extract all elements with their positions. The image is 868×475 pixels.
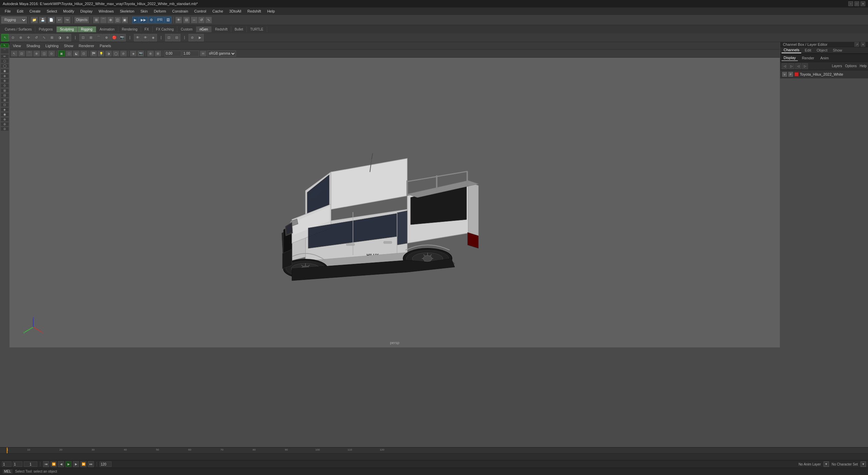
layer-item-1[interactable]: V P Toyota_Hilux_2022_White: [780, 70, 868, 78]
scale-tool[interactable]: ⤡: [40, 34, 48, 41]
timeline-track[interactable]: [0, 454, 868, 460]
options-tab[interactable]: Options: [845, 64, 856, 68]
menu-create[interactable]: Create: [27, 8, 43, 14]
redo-button[interactable]: ↪: [64, 17, 71, 23]
left-extra3[interactable]: ⊝: [1, 127, 9, 131]
channels-tab[interactable]: Channels: [782, 47, 801, 53]
left-select-tool[interactable]: ↖: [1, 43, 9, 48]
vp-colorspace-select[interactable]: sRGB gamma: [207, 51, 236, 57]
menu-deform[interactable]: Deform: [151, 8, 169, 14]
left-curve-tool[interactable]: ⌒: [1, 49, 9, 54]
vp-value1[interactable]: [164, 51, 181, 57]
vp-menu-view[interactable]: View: [12, 44, 22, 48]
isolate-sel-btn[interactable]: ◈: [150, 34, 157, 41]
snap-curve-btn[interactable]: ⌒: [100, 17, 107, 23]
menu-skin[interactable]: Skin: [138, 8, 150, 14]
render-icon-btn[interactable]: ▶: [196, 34, 204, 41]
play-btn[interactable]: ▶: [65, 461, 72, 467]
vp-value2[interactable]: [182, 51, 199, 57]
lasso-tool[interactable]: ⊙: [9, 34, 17, 41]
viewport-canvas[interactable]: HILUX: [9, 58, 780, 347]
left-pencil-tool[interactable]: ✏: [1, 54, 9, 58]
make-live-btn[interactable]: 🔴: [111, 34, 118, 41]
layer-icon-4[interactable]: ▷: [802, 63, 808, 69]
layer-visibility-toggle[interactable]: V: [782, 72, 787, 77]
tab-curves-surfaces[interactable]: Curves / Surfaces: [1, 26, 35, 32]
show-hide-btn[interactable]: 👁: [175, 17, 182, 23]
left-layer3[interactable]: ⊠: [1, 98, 9, 102]
move-btn[interactable]: ↔: [191, 17, 198, 23]
layer-icon-3[interactable]: ◁: [795, 63, 801, 69]
vp-crease-btn[interactable]: ⊘: [120, 51, 127, 57]
panel-close-btn[interactable]: ✕: [861, 42, 865, 47]
menu-redshift[interactable]: Redshift: [245, 8, 264, 14]
charset-btn[interactable]: ▼: [861, 461, 866, 467]
vp-menu-shading[interactable]: Shading: [25, 44, 41, 48]
render-view-btn[interactable]: 🖼: [165, 17, 172, 23]
tab-rigging[interactable]: Rigging: [78, 26, 96, 32]
vp-shadow-btn[interactable]: ◑: [105, 51, 112, 57]
universal-tool[interactable]: ⊞: [48, 34, 56, 41]
tab-fx[interactable]: FX: [141, 26, 153, 32]
tab-ngen[interactable]: nGen: [196, 26, 212, 32]
move-tool[interactable]: ✛: [25, 34, 32, 41]
snap-point-btn2[interactable]: ⊕: [103, 34, 110, 41]
menu-cache[interactable]: Cache: [210, 8, 226, 14]
snap-vertex-btn[interactable]: ⊡: [79, 34, 87, 41]
vp-smooth-btn[interactable]: ◯: [113, 51, 119, 57]
objects-label[interactable]: Objects: [74, 17, 89, 23]
next-frame-btn[interactable]: ▶: [73, 461, 79, 467]
menu-control[interactable]: Control: [192, 8, 209, 14]
menu-windows[interactable]: Windows: [96, 8, 117, 14]
frame-start-input[interactable]: [2, 461, 12, 467]
left-sculpt-tool[interactable]: ◉: [1, 69, 9, 73]
vp-sel-mode1[interactable]: ↖: [11, 51, 18, 57]
left-extra2[interactable]: ⊜: [1, 122, 9, 126]
snap-curve-btn2[interactable]: ⌒: [95, 34, 102, 41]
next-key-btn[interactable]: ⏩: [80, 461, 86, 467]
close-button[interactable]: ✕: [861, 1, 865, 6]
minimize-button[interactable]: −: [848, 1, 853, 6]
vp-wire-btn[interactable]: ◻: [65, 51, 72, 57]
skip-to-start-btn[interactable]: ⏮: [43, 461, 49, 467]
vp-sel-mode3[interactable]: ⌒: [26, 51, 33, 57]
render-settings-btn[interactable]: ⚙: [148, 17, 155, 23]
frame-sel-btn[interactable]: ⊟: [173, 34, 180, 41]
show-sel-btn[interactable]: 👁: [142, 34, 149, 41]
save-button[interactable]: 💾: [39, 17, 46, 23]
render-btn[interactable]: ▶: [132, 17, 139, 23]
snap-grid-btn2[interactable]: ⊞: [87, 34, 95, 41]
render-seq-btn[interactable]: ▶▶: [139, 17, 148, 23]
panel-float-btn[interactable]: ↗: [854, 42, 859, 47]
vp-menu-panels[interactable]: Panels: [98, 44, 113, 48]
vp-iso-btn[interactable]: ◈: [130, 51, 137, 57]
mode-selector[interactable]: Rigging Modeling Animation: [1, 17, 27, 23]
left-layer5[interactable]: ◈: [1, 108, 9, 112]
menu-file[interactable]: File: [2, 8, 14, 14]
vp-sel-mode6[interactable]: ⊙: [48, 51, 55, 57]
vp-menu-show[interactable]: Show: [63, 44, 75, 48]
tab-rendering[interactable]: Rendering: [118, 26, 141, 32]
vp-camera-btn[interactable]: 📷: [137, 51, 144, 57]
frame-current-input[interactable]: [13, 461, 22, 467]
left-cluster-tool[interactable]: ⊙: [1, 83, 9, 88]
frame-end-range-input[interactable]: [100, 461, 112, 467]
vp-menu-renderer[interactable]: Renderer: [77, 44, 96, 48]
soft-sel-tool[interactable]: ◑: [56, 34, 63, 41]
menu-display[interactable]: Display: [78, 8, 95, 14]
left-joint-tool[interactable]: ⊕: [1, 74, 9, 78]
display-layer-btn[interactable]: ⊟: [183, 17, 190, 23]
help-tab[interactable]: Help: [860, 64, 867, 68]
layer-icon-2[interactable]: ▷: [788, 63, 794, 69]
prev-key-btn[interactable]: ⏪: [51, 461, 57, 467]
object-tab[interactable]: Object: [814, 48, 829, 53]
menu-help[interactable]: Help: [264, 8, 278, 14]
rotate-btn[interactable]: ↺: [198, 17, 205, 23]
snap-view-btn[interactable]: ◫: [114, 17, 121, 23]
vp-sel-mode4[interactable]: ⊕: [33, 51, 40, 57]
vp-hdr-btn[interactable]: H: [200, 51, 206, 57]
vp-light-btn[interactable]: 💡: [98, 51, 104, 57]
select-tool[interactable]: ↖: [1, 34, 9, 41]
ipr-btn[interactable]: IPR: [155, 17, 164, 23]
snap-grid-btn[interactable]: ⊞: [93, 17, 100, 23]
